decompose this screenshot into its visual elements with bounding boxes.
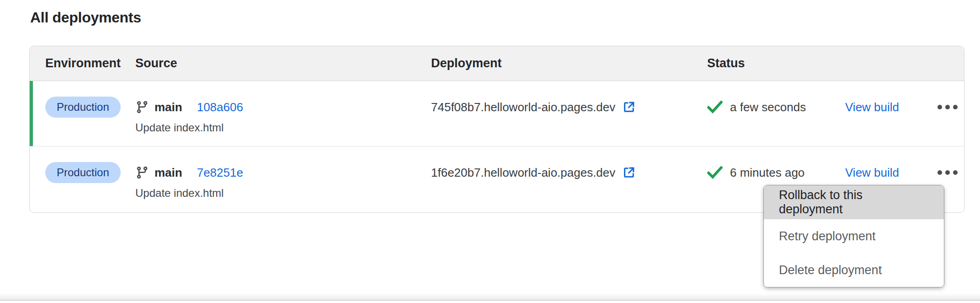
deployment-actions-menu: Rollback to this deployment Retry deploy… <box>763 185 944 287</box>
table-header-row: Environment Source Deployment Status <box>30 46 964 81</box>
more-actions-button[interactable] <box>935 102 960 112</box>
column-header-status: Status <box>707 56 964 70</box>
environment-badge: Production <box>45 162 121 183</box>
commit-link[interactable]: 108a606 <box>197 100 243 114</box>
commit-link[interactable]: 7e8251e <box>197 166 243 180</box>
page-title: All deployments <box>30 9 141 26</box>
table-row: Production main 108a606 Update index.htm… <box>30 81 964 146</box>
column-header-deployment: Deployment <box>431 56 707 70</box>
external-link-icon[interactable] <box>622 165 636 180</box>
view-build-link[interactable]: View build <box>845 100 899 114</box>
commit-message: Update index.html <box>135 187 431 200</box>
branch-name: main <box>154 166 182 180</box>
deployment-url: 745f08b7.helloworld-aio.pages.dev <box>431 100 615 114</box>
git-branch-icon <box>135 166 149 179</box>
column-header-source: Source <box>135 56 431 70</box>
column-header-environment: Environment <box>45 56 135 70</box>
ellipsis-icon <box>937 170 942 175</box>
page-bottom-divider <box>0 293 980 301</box>
menu-item-delete[interactable]: Delete deployment <box>764 253 944 287</box>
more-actions-button[interactable] <box>935 168 960 178</box>
current-deployment-accent-bar <box>30 81 33 146</box>
external-link-icon[interactable] <box>622 100 636 114</box>
success-check-icon <box>707 101 723 114</box>
environment-badge: Production <box>45 97 121 118</box>
menu-item-retry[interactable]: Retry deployment <box>764 219 944 253</box>
commit-message: Update index.html <box>135 121 431 134</box>
status-text: a few seconds <box>730 100 806 114</box>
git-branch-icon <box>135 100 149 114</box>
status-text: 6 minutes ago <box>730 166 804 180</box>
view-build-link[interactable]: View build <box>845 166 899 180</box>
success-check-icon <box>707 166 723 179</box>
menu-item-rollback[interactable]: Rollback to this deployment <box>764 185 944 219</box>
deployment-url: 1f6e20b7.helloworld-aio.pages.dev <box>431 166 615 180</box>
ellipsis-icon <box>937 105 942 109</box>
branch-name: main <box>154 100 182 114</box>
